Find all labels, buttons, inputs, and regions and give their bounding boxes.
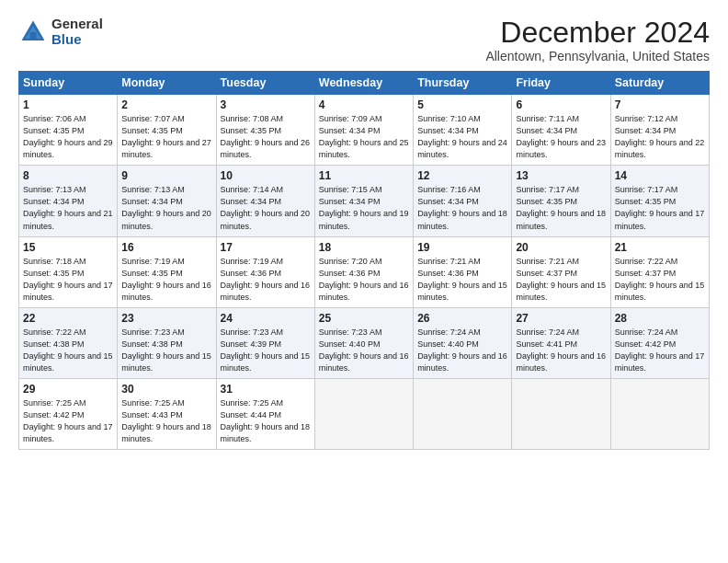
day-number: 25	[319, 312, 409, 325]
day-info: Sunrise: 7:18 AMSunset: 4:35 PMDaylight:…	[23, 257, 113, 302]
day-cell: 28 Sunrise: 7:24 AMSunset: 4:42 PMDaylig…	[610, 307, 709, 378]
day-cell: 30 Sunrise: 7:25 AMSunset: 4:43 PMDaylig…	[118, 378, 216, 449]
day-number: 7	[615, 98, 705, 111]
day-number: 15	[23, 241, 113, 254]
day-info: Sunrise: 7:24 AMSunset: 4:40 PMDaylight:…	[417, 327, 507, 373]
day-cell: 21 Sunrise: 7:22 AMSunset: 4:37 PMDaylig…	[610, 236, 709, 307]
day-number: 16	[121, 241, 211, 254]
day-number: 26	[417, 312, 507, 325]
day-cell: 14 Sunrise: 7:17 AMSunset: 4:35 PMDaylig…	[610, 166, 709, 236]
day-cell: 1 Sunrise: 7:06 AMSunset: 4:35 PMDayligh…	[19, 95, 118, 166]
day-cell: 20 Sunrise: 7:21 AMSunset: 4:37 PMDaylig…	[512, 236, 610, 307]
day-number: 22	[23, 312, 113, 325]
day-cell: 4 Sunrise: 7:09 AMSunset: 4:34 PMDayligh…	[314, 95, 413, 166]
col-header-friday: Friday	[512, 72, 610, 95]
day-info: Sunrise: 7:11 AMSunset: 4:34 PMDaylight:…	[516, 114, 606, 159]
col-header-saturday: Saturday	[610, 72, 709, 95]
calendar-title: December 2024	[485, 17, 710, 49]
day-cell: 5 Sunrise: 7:10 AMSunset: 4:34 PMDayligh…	[414, 95, 512, 166]
day-info: Sunrise: 7:25 AMSunset: 4:42 PMDaylight:…	[23, 398, 113, 443]
day-number: 13	[516, 169, 606, 182]
day-number: 14	[615, 169, 705, 182]
logo: General Blue	[18, 17, 103, 47]
day-info: Sunrise: 7:23 AMSunset: 4:39 PMDaylight:…	[221, 327, 311, 373]
day-info: Sunrise: 7:17 AMSunset: 4:35 PMDaylight:…	[516, 185, 606, 230]
day-number: 28	[615, 312, 705, 325]
day-info: Sunrise: 7:21 AMSunset: 4:37 PMDaylight:…	[516, 257, 606, 302]
week-row-4: 22 Sunrise: 7:22 AMSunset: 4:38 PMDaylig…	[19, 307, 710, 378]
day-info: Sunrise: 7:20 AMSunset: 4:36 PMDaylight:…	[319, 257, 409, 302]
day-info: Sunrise: 7:25 AMSunset: 4:44 PMDaylight:…	[221, 398, 311, 443]
day-info: Sunrise: 7:13 AMSunset: 4:34 PMDaylight:…	[121, 185, 211, 230]
logo-text: General Blue	[51, 17, 103, 47]
day-cell: 15 Sunrise: 7:18 AMSunset: 4:35 PMDaylig…	[19, 236, 118, 307]
day-cell: 6 Sunrise: 7:11 AMSunset: 4:34 PMDayligh…	[512, 95, 610, 166]
day-number: 31	[221, 383, 311, 396]
day-number: 12	[417, 169, 507, 182]
day-info: Sunrise: 7:25 AMSunset: 4:43 PMDaylight:…	[121, 398, 211, 443]
day-cell: 18 Sunrise: 7:20 AMSunset: 4:36 PMDaylig…	[314, 236, 413, 307]
day-info: Sunrise: 7:12 AMSunset: 4:34 PMDaylight:…	[615, 114, 705, 159]
logo-icon	[18, 17, 48, 47]
day-cell: 2 Sunrise: 7:07 AMSunset: 4:35 PMDayligh…	[118, 95, 216, 166]
day-number: 23	[121, 312, 211, 325]
svg-rect-2	[29, 32, 36, 40]
day-number: 3	[221, 98, 311, 111]
day-cell: 25 Sunrise: 7:23 AMSunset: 4:40 PMDaylig…	[314, 307, 413, 378]
title-block: December 2024 Allentown, Pennsylvania, U…	[485, 17, 710, 63]
day-number: 29	[23, 383, 113, 396]
day-number: 27	[516, 312, 606, 325]
day-info: Sunrise: 7:21 AMSunset: 4:36 PMDaylight:…	[417, 257, 507, 302]
day-number: 24	[221, 312, 311, 325]
logo-blue-text: Blue	[51, 32, 103, 48]
week-row-2: 8 Sunrise: 7:13 AMSunset: 4:34 PMDayligh…	[19, 166, 710, 236]
day-number: 5	[417, 98, 507, 111]
week-row-1: 1 Sunrise: 7:06 AMSunset: 4:35 PMDayligh…	[19, 95, 710, 166]
day-info: Sunrise: 7:22 AMSunset: 4:37 PMDaylight:…	[615, 257, 705, 302]
col-header-monday: Monday	[118, 72, 216, 95]
day-cell: 31 Sunrise: 7:25 AMSunset: 4:44 PMDaylig…	[216, 378, 314, 449]
header-row: SundayMondayTuesdayWednesdayThursdayFrid…	[19, 72, 710, 95]
day-number: 1	[23, 98, 113, 111]
day-cell: 7 Sunrise: 7:12 AMSunset: 4:34 PMDayligh…	[610, 95, 709, 166]
calendar-table: SundayMondayTuesdayWednesdayThursdayFrid…	[18, 71, 710, 450]
day-info: Sunrise: 7:08 AMSunset: 4:35 PMDaylight:…	[221, 114, 311, 159]
week-row-3: 15 Sunrise: 7:18 AMSunset: 4:35 PMDaylig…	[19, 236, 710, 307]
day-info: Sunrise: 7:06 AMSunset: 4:35 PMDaylight:…	[23, 114, 113, 159]
day-number: 2	[121, 98, 211, 111]
day-cell	[610, 378, 709, 449]
calendar-subtitle: Allentown, Pennsylvania, United States	[485, 49, 710, 63]
page: General Blue December 2024 Allentown, Pe…	[0, 0, 728, 459]
day-number: 30	[121, 383, 211, 396]
col-header-sunday: Sunday	[19, 72, 118, 95]
day-info: Sunrise: 7:22 AMSunset: 4:38 PMDaylight:…	[23, 327, 113, 373]
day-info: Sunrise: 7:24 AMSunset: 4:42 PMDaylight:…	[615, 327, 705, 373]
day-cell	[314, 378, 413, 449]
day-cell: 19 Sunrise: 7:21 AMSunset: 4:36 PMDaylig…	[414, 236, 512, 307]
day-info: Sunrise: 7:24 AMSunset: 4:41 PMDaylight:…	[516, 327, 606, 373]
week-row-5: 29 Sunrise: 7:25 AMSunset: 4:42 PMDaylig…	[19, 378, 710, 449]
day-cell: 16 Sunrise: 7:19 AMSunset: 4:35 PMDaylig…	[118, 236, 216, 307]
day-number: 10	[221, 169, 311, 182]
day-number: 21	[615, 241, 705, 254]
day-cell: 9 Sunrise: 7:13 AMSunset: 4:34 PMDayligh…	[118, 166, 216, 236]
day-number: 18	[319, 241, 409, 254]
day-cell: 23 Sunrise: 7:23 AMSunset: 4:38 PMDaylig…	[118, 307, 216, 378]
day-info: Sunrise: 7:19 AMSunset: 4:35 PMDaylight:…	[121, 257, 211, 302]
day-number: 4	[319, 98, 409, 111]
day-cell: 26 Sunrise: 7:24 AMSunset: 4:40 PMDaylig…	[414, 307, 512, 378]
day-cell: 3 Sunrise: 7:08 AMSunset: 4:35 PMDayligh…	[216, 95, 314, 166]
day-cell: 24 Sunrise: 7:23 AMSunset: 4:39 PMDaylig…	[216, 307, 314, 378]
day-info: Sunrise: 7:23 AMSunset: 4:38 PMDaylight:…	[121, 327, 211, 373]
day-info: Sunrise: 7:09 AMSunset: 4:34 PMDaylight:…	[319, 114, 409, 159]
day-info: Sunrise: 7:13 AMSunset: 4:34 PMDaylight:…	[23, 185, 113, 230]
day-info: Sunrise: 7:10 AMSunset: 4:34 PMDaylight:…	[417, 114, 507, 159]
day-number: 9	[121, 169, 211, 182]
logo-general-text: General	[51, 17, 103, 32]
day-number: 19	[417, 241, 507, 254]
day-cell: 12 Sunrise: 7:16 AMSunset: 4:34 PMDaylig…	[414, 166, 512, 236]
day-number: 20	[516, 241, 606, 254]
day-info: Sunrise: 7:23 AMSunset: 4:40 PMDaylight:…	[319, 327, 409, 373]
day-cell: 11 Sunrise: 7:15 AMSunset: 4:34 PMDaylig…	[314, 166, 413, 236]
day-cell: 8 Sunrise: 7:13 AMSunset: 4:34 PMDayligh…	[19, 166, 118, 236]
